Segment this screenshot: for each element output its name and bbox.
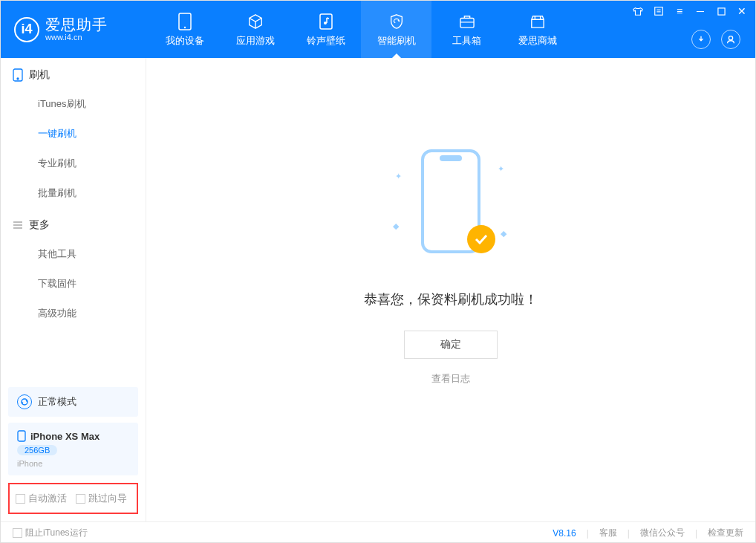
tab-my-device[interactable]: 我的设备 <box>149 1 220 58</box>
tab-flash[interactable]: 智能刷机 <box>361 1 431 58</box>
device-mode-label: 正常模式 <box>38 395 76 409</box>
shield-sync-icon <box>387 12 406 31</box>
sidebar-group-more: 更多 <box>1 208 146 239</box>
group-title: 更多 <box>29 218 50 232</box>
app-header: i4 爱思助手 www.i4.cn 我的设备 应用游戏 铃声壁纸 智能刷机 工具… <box>1 1 755 58</box>
device-info[interactable]: iPhone XS Max 256GB iPhone <box>8 423 138 475</box>
sidebar-item-batch-flash[interactable]: 批量刷机 <box>1 178 146 208</box>
device-small-icon <box>17 430 26 442</box>
close-button[interactable]: ✕ <box>736 5 748 17</box>
checkbox-icon <box>16 494 25 504</box>
footer-update[interactable]: 检查更新 <box>708 527 743 539</box>
sidebar-item-itunes-flash[interactable]: iTunes刷机 <box>1 89 146 119</box>
sidebar-item-download-firmware[interactable]: 下载固件 <box>1 269 146 299</box>
sidebar-item-pro-flash[interactable]: 专业刷机 <box>1 149 146 178</box>
svg-rect-5 <box>655 7 663 16</box>
device-storage: 256GB <box>17 445 57 455</box>
tab-toolbox[interactable]: 工具箱 <box>431 1 502 58</box>
checkbox-label: 自动激活 <box>28 492 67 505</box>
checkbox-icon <box>76 494 85 504</box>
main-tabs: 我的设备 应用游戏 铃声壁纸 智能刷机 工具箱 爱思商城 <box>149 1 573 58</box>
user-icon[interactable] <box>721 30 740 49</box>
sparkle-icon: ◆ <box>501 229 506 238</box>
store-icon <box>528 12 547 31</box>
cube-icon <box>246 12 265 31</box>
shirt-icon[interactable] <box>632 5 644 17</box>
music-file-icon <box>316 12 336 31</box>
sparkle-icon: ✦ <box>395 172 402 181</box>
main-content: ✦ ✦ ◆ ◆ 恭喜您，保资料刷机成功啦！ 确定 查看日志 <box>146 58 755 521</box>
sidebar-item-other-tools[interactable]: 其他工具 <box>1 239 146 269</box>
checkbox-label: 跳过向导 <box>88 492 127 505</box>
sidebar-group-flash: 刷机 <box>1 58 146 89</box>
group-title: 刷机 <box>29 68 50 82</box>
window-controls: ≡ ─ ✕ <box>632 5 748 17</box>
checkbox-skip-guide[interactable]: 跳过向导 <box>76 492 127 505</box>
tab-store[interactable]: 爱思商城 <box>502 1 573 58</box>
svg-point-3 <box>324 22 327 25</box>
tab-label: 智能刷机 <box>377 34 416 48</box>
device-mode[interactable]: 正常模式 <box>8 387 138 417</box>
ok-button[interactable]: 确定 <box>404 331 498 359</box>
version-label: V8.16 <box>553 528 576 539</box>
minimize-button[interactable]: ─ <box>694 5 706 17</box>
sidebar-item-advanced[interactable]: 高级功能 <box>1 299 146 328</box>
checkbox-label: 阻止iTunes运行 <box>25 527 88 539</box>
toolbox-icon <box>457 12 477 31</box>
sidebar-item-oneclick-flash[interactable]: 一键刷机 <box>1 119 146 149</box>
note-icon[interactable] <box>653 5 665 17</box>
tab-apps[interactable]: 应用游戏 <box>220 1 290 58</box>
footer: 阻止iTunes运行 V8.16 | 客服 | 微信公众号 | 检查更新 <box>1 521 755 543</box>
svg-rect-15 <box>18 431 25 441</box>
success-message: 恭喜您，保资料刷机成功啦！ <box>364 290 538 308</box>
svg-point-11 <box>17 78 19 79</box>
svg-rect-2 <box>320 14 332 29</box>
tab-ringtones[interactable]: 铃声壁纸 <box>290 1 361 58</box>
device-name: iPhone XS Max <box>30 431 100 442</box>
svg-point-1 <box>183 26 185 27</box>
tab-label: 应用游戏 <box>236 34 275 48</box>
svg-rect-4 <box>460 18 473 27</box>
logo: i4 爱思助手 www.i4.cn <box>1 16 149 42</box>
tab-label: 我的设备 <box>166 34 204 48</box>
phone-icon <box>13 68 23 82</box>
tab-label: 铃声壁纸 <box>307 34 345 48</box>
footer-support[interactable]: 客服 <box>599 527 617 539</box>
svg-rect-8 <box>717 7 724 14</box>
view-log-link[interactable]: 查看日志 <box>431 372 470 386</box>
flash-options: 自动激活 跳过向导 <box>8 483 138 514</box>
success-illustration: ✦ ✦ ◆ ◆ <box>391 149 510 268</box>
tab-label: 爱思商城 <box>518 34 557 48</box>
logo-icon: i4 <box>14 17 39 42</box>
svg-point-9 <box>729 36 732 40</box>
app-subtitle: www.i4.cn <box>45 33 108 42</box>
sidebar: 刷机 iTunes刷机 一键刷机 专业刷机 批量刷机 更多 其他工具 下载固件 … <box>1 58 146 521</box>
list-icon <box>13 221 23 230</box>
footer-wechat[interactable]: 微信公众号 <box>640 527 685 539</box>
menu-icon[interactable]: ≡ <box>674 5 685 17</box>
download-icon[interactable] <box>691 30 711 49</box>
checkbox-icon <box>13 528 22 538</box>
sync-icon <box>17 394 32 409</box>
checkbox-block-itunes[interactable]: 阻止iTunes运行 <box>13 527 88 539</box>
checkmark-badge-icon <box>467 225 495 253</box>
header-actions <box>691 30 740 49</box>
app-title: 爱思助手 <box>45 16 108 33</box>
device-icon <box>175 12 195 31</box>
sparkle-icon: ◆ <box>393 221 399 231</box>
sparkle-icon: ✦ <box>498 164 504 174</box>
tab-label: 工具箱 <box>452 34 481 48</box>
device-model: iPhone <box>17 459 129 468</box>
maximize-button[interactable] <box>715 5 727 17</box>
checkbox-auto-activate[interactable]: 自动激活 <box>16 492 67 505</box>
